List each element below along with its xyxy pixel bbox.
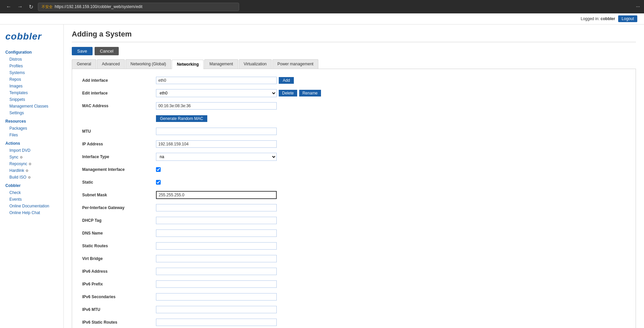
tab-networking[interactable]: Networking	[172, 60, 204, 69]
per-interface-gateway-row: Per-Interface Gateway	[82, 203, 626, 212]
tab-power-management[interactable]: Power management	[272, 59, 318, 69]
sidebar-section-cobbler: Cobbler	[0, 181, 63, 189]
sidebar-item-snippets[interactable]: Snippets	[0, 96, 63, 103]
subnet-mask-label: Subnet Mask	[82, 193, 156, 197]
sidebar-item-online-help[interactable]: Online Help Chat	[0, 209, 63, 216]
sidebar-section-resources: Resources	[0, 116, 63, 125]
sidebar-item-files[interactable]: Files	[0, 132, 63, 138]
management-interface-label: Management Interface	[82, 167, 156, 172]
dhcp-tag-input[interactable]	[156, 217, 277, 224]
dns-name-label: DNS Name	[82, 231, 156, 236]
management-interface-checkbox[interactable]	[156, 167, 161, 172]
more-menu[interactable]: ⋯	[636, 4, 640, 9]
page-title: Adding a System	[72, 30, 636, 42]
rename-interface-button[interactable]: Rename	[299, 90, 321, 96]
sidebar-logo: cobbler	[0, 28, 63, 47]
ip-address-label: IP Address	[82, 142, 156, 146]
tab-bar: General Advanced Networking (Global) Net…	[72, 59, 636, 69]
interface-type-select[interactable]: na bridge bond bond_slave bridge_slave b…	[156, 153, 277, 161]
sidebar-item-packages[interactable]: Packages	[0, 125, 63, 132]
main-content: Adding a System Save Cancel General Adva…	[64, 24, 644, 328]
mac-address-input[interactable]	[156, 102, 277, 110]
ipv6-secondaries-input[interactable]	[156, 293, 277, 301]
mac-address-controls	[156, 102, 626, 110]
refresh-button[interactable]: ↻	[27, 3, 35, 11]
dns-name-controls	[156, 229, 626, 237]
logged-in-label: Logged in:	[581, 16, 599, 21]
forward-button[interactable]: →	[15, 3, 25, 10]
static-routes-input[interactable]	[156, 242, 277, 250]
action-buttons: Save Cancel	[72, 47, 636, 55]
back-button[interactable]: ←	[4, 3, 13, 10]
sidebar-item-distros[interactable]: Distros	[0, 56, 63, 63]
gen-mac-button[interactable]: Generate Random MAC	[156, 115, 207, 122]
ipv6-mtu-label: IPv6 MTU	[82, 307, 156, 312]
sidebar-item-images[interactable]: Images	[0, 83, 63, 89]
delete-interface-button[interactable]: Delete	[279, 90, 297, 96]
dns-name-row: DNS Name	[82, 228, 626, 238]
mtu-row: MTU	[82, 127, 626, 136]
sidebar-item-templates[interactable]: Templates	[0, 89, 63, 96]
ipv6-static-routes-input[interactable]	[156, 319, 277, 326]
sidebar-item-reposync[interactable]: Reposync ⚙	[0, 160, 63, 167]
sidebar-item-import-dvd[interactable]: Import DVD	[0, 147, 63, 154]
tab-management[interactable]: Management	[204, 59, 238, 69]
main-inner: Adding a System Save Cancel General Adva…	[64, 24, 644, 328]
cancel-button[interactable]: Cancel	[95, 47, 119, 55]
tab-advanced[interactable]: Advanced	[97, 59, 125, 69]
top-bar: Logged in: cobbler Logout	[0, 13, 644, 24]
sidebar-section-configuration: Configuration	[0, 47, 63, 56]
tab-general[interactable]: General	[72, 59, 96, 69]
add-interface-row: Add interface Add	[82, 76, 626, 85]
mtu-label: MTU	[82, 129, 156, 134]
sidebar-item-online-docs[interactable]: Online Documentation	[0, 203, 63, 209]
ipv6-prefix-controls	[156, 280, 626, 288]
sidebar-item-profiles[interactable]: Profiles	[0, 63, 63, 69]
sidebar: cobbler Configuration Distros Profiles S…	[0, 24, 64, 328]
ipv6-mtu-input[interactable]	[156, 306, 277, 313]
gear-icon: ⚙	[20, 155, 23, 159]
sidebar-item-management-classes[interactable]: Management Classes	[0, 103, 63, 110]
edit-interface-label: Edit interface	[82, 91, 156, 95]
add-interface-input[interactable]	[156, 77, 277, 84]
add-interface-label: Add interface	[82, 78, 156, 83]
save-button[interactable]: Save	[72, 47, 93, 55]
ipv6-secondaries-controls	[156, 293, 626, 301]
ipv6-mtu-controls	[156, 306, 626, 313]
virt-bridge-input[interactable]	[156, 255, 277, 262]
sidebar-item-events[interactable]: Events	[0, 196, 63, 203]
subnet-mask-input[interactable]	[156, 191, 277, 199]
static-label: Static	[82, 180, 156, 185]
edit-interface-row: Edit interface eth0 Delete Rename	[82, 88, 626, 98]
ip-address-input[interactable]	[156, 140, 277, 148]
gear-icon: ⚙	[28, 176, 31, 179]
sidebar-item-systems[interactable]: Systems	[0, 69, 63, 76]
ipv6-prefix-input[interactable]	[156, 280, 277, 288]
add-interface-button[interactable]: Add	[279, 77, 294, 84]
dns-name-input[interactable]	[156, 229, 277, 237]
sidebar-item-hardlink[interactable]: Hardlink ⚙	[0, 167, 63, 174]
ipv6-address-input[interactable]	[156, 268, 277, 275]
management-interface-row: Management Interface	[82, 165, 626, 174]
ipv6-static-routes-controls	[156, 319, 626, 326]
edit-interface-select[interactable]: eth0	[156, 89, 277, 97]
sidebar-item-settings[interactable]: Settings	[0, 110, 63, 116]
per-interface-gateway-input[interactable]	[156, 204, 277, 211]
tab-networking-global[interactable]: Networking (Global)	[125, 59, 171, 69]
ip-address-controls	[156, 140, 626, 148]
sidebar-item-sync[interactable]: Sync ⚙	[0, 154, 63, 160]
static-checkbox[interactable]	[156, 180, 161, 185]
mac-address-label: MAC Address	[82, 104, 156, 108]
sidebar-item-build-iso[interactable]: Build ISO ⚙	[0, 174, 63, 181]
sidebar-item-repos[interactable]: Repos	[0, 76, 63, 83]
ipv6-address-controls	[156, 268, 626, 275]
address-bar[interactable]: 不安全 https://192.168.159.100/cobbler_web/…	[38, 3, 239, 11]
mtu-input[interactable]	[156, 128, 277, 135]
logout-button[interactable]: Logout	[618, 15, 637, 22]
add-interface-controls: Add	[156, 77, 626, 84]
virt-bridge-row: Virt Bridge	[82, 254, 626, 263]
interface-type-label: Interface Type	[82, 154, 156, 159]
tab-virtualization[interactable]: Virtualization	[239, 59, 272, 69]
ipv6-static-routes-row: IPv6 Static Routes	[82, 318, 626, 327]
sidebar-item-check[interactable]: Check	[0, 189, 63, 196]
